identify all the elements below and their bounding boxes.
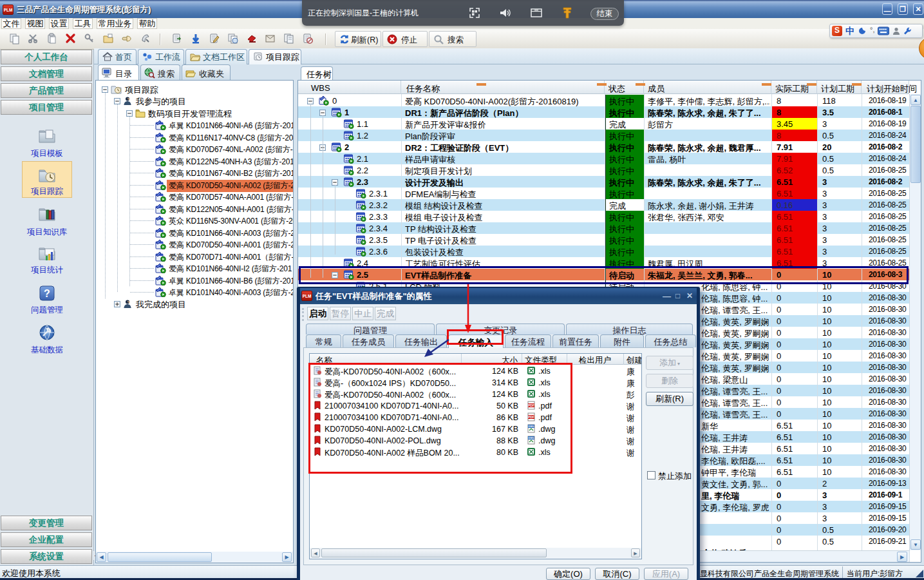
svg-text:?: ? [44,288,50,299]
